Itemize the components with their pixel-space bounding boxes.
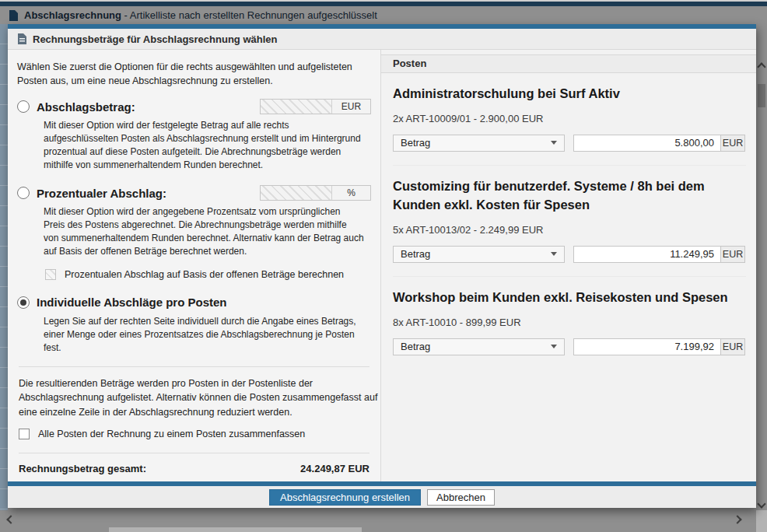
- summary-text: Die resultierenden Beträge werden pro Po…: [19, 376, 378, 420]
- posten-title: Administratorschulung bei Surf Aktiv: [393, 85, 746, 103]
- option-description: Mit dieser Option wird der angegebene Pr…: [44, 205, 364, 258]
- checkbox-label: Prozentualen Abschlag auf Basis der offe…: [65, 269, 344, 280]
- total-row: Rechnungsbetrag gesamt: 24.249,87 EUR: [19, 463, 369, 474]
- currency-label: EUR: [720, 135, 745, 152]
- option-description: Legen Sie auf der rechten Seite individu…: [44, 315, 364, 355]
- posten-header: Posten: [381, 54, 756, 73]
- posten-item: Customizing für benutzerdef. Systeme / 8…: [393, 166, 746, 277]
- chevron-down-icon: [551, 141, 557, 145]
- total-label: Rechnungsbetrag gesamt:: [19, 463, 146, 474]
- posten-list: Administratorschulung bei Surf Aktiv 2x …: [381, 73, 756, 369]
- amount-type-dropdown[interactable]: Betrag: [393, 338, 565, 355]
- abschlagsbetrag-input-group: EUR: [260, 99, 371, 114]
- document-icon: [18, 33, 26, 44]
- vertical-scrollbar-thumb[interactable]: [758, 84, 765, 107]
- offene-betraege-checkbox-row: Prozentualen Abschlag auf Basis der offe…: [45, 269, 371, 280]
- currency-label: EUR: [720, 246, 745, 263]
- amount-input[interactable]: [573, 135, 720, 152]
- option-abschlagsbetrag[interactable]: Abschlagsbetrag: EUR: [17, 98, 371, 115]
- chevron-down-icon: [551, 252, 557, 256]
- option-label: Individuelle Abschläge pro Posten: [37, 296, 227, 309]
- combine-posten-checkbox-row[interactable]: Alle Posten der Rechnung zu einem Posten…: [19, 429, 369, 439]
- posten-item: Workshop beim Kunden exkl. Reisekosten u…: [393, 277, 746, 369]
- divider: [19, 453, 369, 453]
- options-panel: Wählen Sie zuerst die Optionen für die r…: [8, 50, 381, 481]
- offene-betraege-checkbox-disabled: [45, 269, 56, 280]
- dropdown-value: Betrag: [401, 248, 430, 260]
- divider: [19, 366, 369, 367]
- background-table-rows: [0, 24, 8, 510]
- total-value: 24.249,87 EUR: [300, 463, 369, 474]
- posten-panel: Posten Administratorschulung bei Surf Ak…: [381, 50, 756, 481]
- abschlagsbetrag-input-disabled: [261, 100, 331, 114]
- scrollbar-corner: [756, 510, 767, 532]
- combine-posten-checkbox[interactable]: [19, 429, 30, 439]
- dropdown-value: Betrag: [401, 341, 430, 352]
- option-label: Prozentualer Abschlag:: [37, 187, 166, 200]
- posten-title: Customizing für benutzerdef. Systeme / 8…: [393, 177, 746, 215]
- unit-label: EUR: [331, 100, 370, 114]
- dialog-title: Rechnungsbeträge für Abschlagsrechnung w…: [33, 33, 277, 45]
- prozent-input-disabled: [261, 186, 331, 200]
- abschlagsrechnung-dialog: Rechnungsbeträge für Abschlagsrechnung w…: [8, 24, 756, 508]
- radio-individuelle-abschlaege[interactable]: [17, 296, 30, 309]
- prozent-input-group: %: [260, 185, 371, 201]
- chevron-down-icon: [551, 345, 557, 348]
- posten-item: Administratorschulung bei Surf Aktiv 2x …: [393, 73, 746, 166]
- amount-input[interactable]: [573, 338, 720, 355]
- currency-label: EUR: [720, 338, 745, 355]
- option-description: Mit dieser Option wird der festgelegte B…: [44, 119, 364, 172]
- document-icon: [9, 10, 18, 21]
- option-prozentualer-abschlag[interactable]: Prozentualer Abschlag: %: [17, 184, 371, 201]
- option-individuelle-abschlaege[interactable]: Individuelle Abschläge pro Posten: [17, 294, 371, 311]
- amount-input[interactable]: [573, 246, 720, 263]
- radio-abschlagsbetrag[interactable]: [17, 100, 30, 113]
- amount-type-dropdown[interactable]: Betrag: [393, 246, 565, 263]
- posten-subtitle: 5x ART-10013/02 - 2.249,99 EUR: [393, 224, 746, 236]
- dialog-header: Rechnungsbeträge für Abschlagsrechnung w…: [8, 29, 756, 50]
- window-title-bar: Abschlagsrechnung - Artikelliste nach er…: [0, 6, 767, 24]
- window-title: Abschlagsrechnung - Artikelliste nach er…: [24, 9, 377, 21]
- dialog-footer: Abschlagsrechnung erstellen Abbrechen: [8, 486, 756, 508]
- horizontal-scrollbar-thumb[interactable]: [109, 527, 362, 532]
- radio-prozentualer-abschlag[interactable]: [17, 187, 30, 199]
- dropdown-value: Betrag: [401, 137, 430, 149]
- unit-label: %: [331, 186, 370, 200]
- intro-text: Wählen Sie zuerst die Optionen für die r…: [17, 60, 375, 88]
- posten-subtitle: 8x ART-10010 - 899,99 EUR: [393, 317, 746, 328]
- checkbox-label: Alle Posten der Rechnung zu einem Posten…: [38, 429, 305, 439]
- cancel-button[interactable]: Abbrechen: [427, 489, 495, 506]
- create-abschlagsrechnung-button[interactable]: Abschlagsrechnung erstellen: [269, 489, 421, 506]
- amount-type-dropdown[interactable]: Betrag: [393, 135, 565, 152]
- option-label: Abschlagsbetrag:: [37, 100, 135, 114]
- posten-title: Workshop beim Kunden exkl. Reisekosten u…: [393, 289, 746, 307]
- posten-subtitle: 2x ART-10009/01 - 2.900,00 EUR: [393, 113, 746, 124]
